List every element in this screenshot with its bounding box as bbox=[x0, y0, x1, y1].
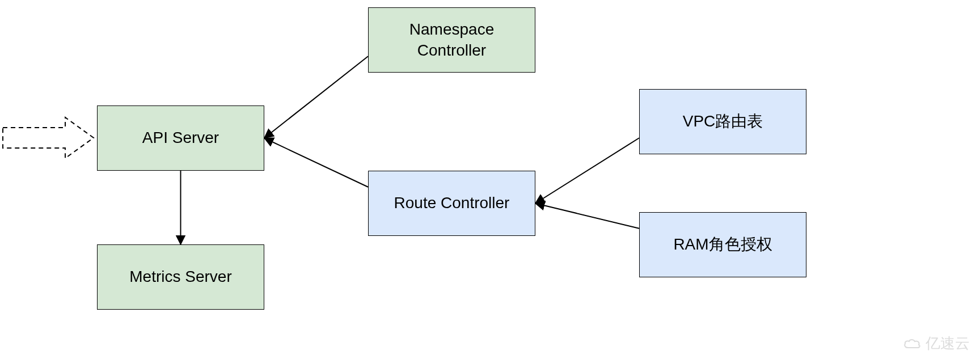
node-label: RAM角色授权 bbox=[673, 234, 772, 255]
edge-ram_role_auth-to-route_controller bbox=[535, 204, 639, 229]
edge-route_controller-to-api_server bbox=[264, 138, 368, 187]
node-label: NamespaceController bbox=[409, 19, 494, 61]
node-vpc-route-table: VPC路由表 bbox=[639, 89, 806, 154]
watermark-text: 亿速云 bbox=[926, 333, 970, 353]
node-label: Metrics Server bbox=[129, 267, 231, 287]
edge-namespace_controller-to-api_server bbox=[264, 56, 368, 138]
watermark: 亿速云 bbox=[903, 333, 970, 353]
cloud-icon bbox=[903, 337, 922, 350]
node-route-controller: Route Controller bbox=[368, 171, 535, 236]
node-label: API Server bbox=[142, 128, 219, 148]
node-label: VPC路由表 bbox=[683, 111, 763, 132]
node-api-server: API Server bbox=[97, 105, 264, 171]
node-namespace-controller: NamespaceController bbox=[368, 7, 535, 73]
node-ram-role-auth: RAM角色授权 bbox=[639, 212, 806, 277]
entry-arrow bbox=[3, 117, 94, 158]
node-metrics-server: Metrics Server bbox=[97, 244, 264, 310]
edge-vpc_route_table-to-route_controller bbox=[535, 138, 639, 203]
node-label: Route Controller bbox=[394, 193, 510, 213]
